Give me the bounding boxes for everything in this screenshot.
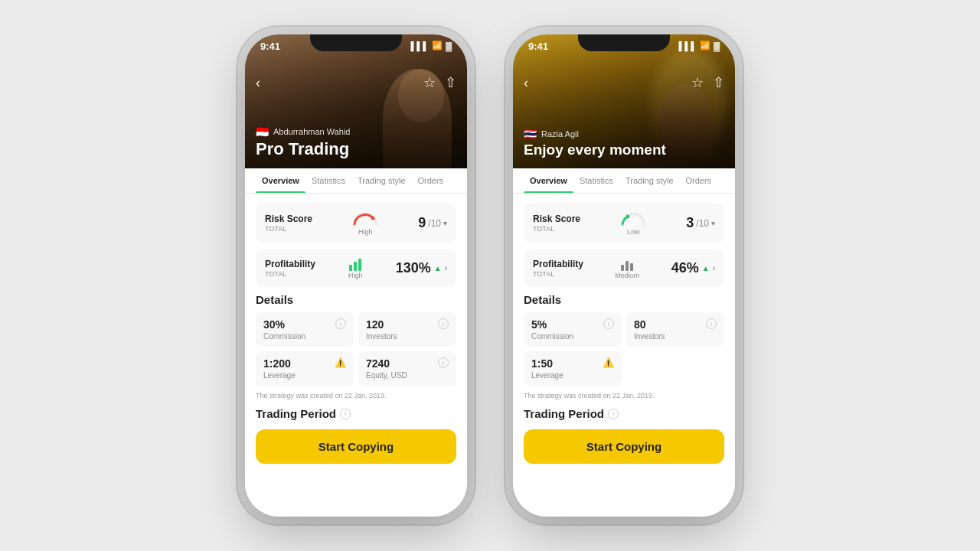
status-time-right: 9:41 (528, 41, 548, 52)
tab-statistics-right[interactable]: Statistics (573, 168, 619, 193)
risk-score-label-right: Risk Score TOTAL (533, 214, 580, 233)
risk-sub-right: TOTAL (533, 225, 580, 233)
profit-label-text-left: Profitability (265, 259, 315, 269)
content-left: Overview Statistics Trading style Orders… (245, 168, 467, 517)
info-icon-commission-left[interactable]: i (335, 318, 346, 329)
detail-leverage-header-right: 1:50 ⚠️ (531, 357, 614, 370)
detail-commission-label-left: Commission (263, 332, 346, 341)
tab-orders-right[interactable]: Orders (680, 168, 718, 193)
page-container: 9:41 ▌▌▌ 📶 ▓ ‹ ☆ ⇧ (0, 0, 980, 551)
trading-period-header-left: Trading Period i (256, 407, 456, 420)
battery-icon-left: ▓ (446, 41, 452, 51)
status-icons-right: ▌▌▌ 📶 ▓ (679, 41, 720, 51)
risk-arrow-left: ▾ (443, 220, 447, 227)
profit-link-right[interactable]: › (713, 264, 715, 272)
risk-number-left: 9 (418, 215, 426, 231)
tab-orders-left[interactable]: Orders (412, 168, 450, 193)
section-right: Risk Score TOTAL Low 3/10 ▾ (513, 194, 735, 473)
detail-commission-left: 30% i Commission (256, 312, 354, 347)
trader-name-right: Razia Agil (541, 129, 579, 139)
profit-arrow-left: ▲ (434, 264, 442, 272)
risk-number-right: 3 (686, 215, 694, 231)
strategy-note-left: The strategy was created on 22 Jan, 2019… (256, 392, 456, 399)
tab-overview-right[interactable]: Overview (524, 168, 573, 193)
content-right: Overview Statistics Trading style Orders… (513, 168, 735, 517)
tab-statistics-left[interactable]: Statistics (305, 168, 351, 193)
status-time-left: 9:41 (260, 41, 280, 52)
detail-equity-value-left: 7240 (366, 357, 390, 370)
details-title-right: Details (524, 293, 724, 306)
detail-commission-value-right: 5% (531, 318, 547, 331)
tab-trading-style-right[interactable]: Trading style (619, 168, 680, 193)
wifi-icon-left: 📶 (432, 41, 443, 51)
risk-denom-left: /10 (428, 218, 441, 229)
risk-denom-right: /10 (696, 218, 709, 229)
profit-link-left[interactable]: › (445, 264, 447, 272)
profit-number-left: 130% (396, 260, 431, 276)
profit-label-left: Profitability TOTAL (265, 259, 315, 278)
risk-score-label-left: Risk Score TOTAL (265, 214, 312, 233)
bar2-left (354, 262, 357, 271)
bar1-right (621, 265, 624, 271)
start-copying-button-right[interactable]: Start Copying (524, 429, 724, 464)
bar1-left (349, 265, 352, 271)
risk-label-left: Risk Score (265, 214, 312, 224)
detail-leverage-right: 1:50 ⚠️ Leverage (524, 351, 622, 386)
status-icons-left: ▌▌▌ 📶 ▓ (411, 41, 452, 51)
bar3-right (630, 263, 633, 271)
profit-arrow-right: ▲ (702, 264, 710, 272)
info-icon-trading-period-right[interactable]: i (608, 409, 619, 419)
detail-commission-header-right: 5% i (531, 318, 614, 331)
info-icon-investors-left[interactable]: i (438, 318, 449, 329)
detail-investors-header-right: 80 i (634, 318, 717, 331)
svg-point-1 (626, 215, 630, 219)
risk-value-left: 9/10 ▾ (418, 215, 447, 231)
detail-investors-right: 80 i Investors (626, 312, 724, 347)
trader-flag-name-left: 🇮🇩 Abdurrahman Wahid (256, 126, 456, 138)
profit-sub-right: TOTAL (533, 270, 583, 278)
section-left: Risk Score TOTAL High 9/10 ▾ (245, 194, 467, 473)
detail-investors-header-left: 120 i (366, 318, 449, 331)
profit-value-right: 46% ▲ › (671, 260, 715, 276)
start-copying-button-left[interactable]: Start Copying (256, 429, 456, 464)
signal-icon-right: ▌▌▌ (679, 41, 697, 51)
risk-value-right: 3/10 ▾ (686, 215, 715, 231)
phone-left: 9:41 ▌▌▌ 📶 ▓ ‹ ☆ ⇧ (245, 34, 467, 517)
trading-period-title-left: Trading Period (256, 407, 336, 420)
star-button-left[interactable]: ☆ (423, 74, 436, 91)
detail-equity-left: 7240 i Equity, USD (358, 351, 456, 386)
back-button-right[interactable]: ‹ (524, 75, 528, 91)
gauge-svg-left (351, 210, 379, 227)
phone-right: 9:41 ▌▌▌ 📶 ▓ ‹ ☆ ⇧ � (513, 34, 735, 517)
info-icon-equity-left[interactable]: i (438, 357, 449, 368)
profit-label-text-right: Profitability (533, 259, 583, 269)
hero-content-right: 🇹🇭 Razia Agil Enjoy every moment (524, 128, 724, 159)
info-icon-trading-period-left[interactable]: i (340, 409, 351, 419)
battery-icon-right: ▓ (714, 41, 720, 51)
back-button-left[interactable]: ‹ (256, 75, 260, 91)
trading-period-header-right: Trading Period i (524, 407, 724, 420)
detail-commission-label-right: Commission (531, 332, 614, 341)
star-button-right[interactable]: ☆ (691, 74, 704, 91)
detail-leverage-label-left: Leverage (263, 371, 346, 380)
tab-overview-left[interactable]: Overview (256, 168, 305, 193)
detail-leverage-left: 1:200 ⚠️ Leverage (256, 351, 354, 386)
hero-nav-right-left: ☆ ⇧ (423, 74, 456, 91)
profit-value-left: 130% ▲ › (396, 260, 447, 276)
strategy-title-right: Enjoy every moment (524, 142, 724, 159)
info-icon-investors-right[interactable]: i (706, 318, 717, 329)
warning-icon-leverage-left: ⚠️ (335, 357, 346, 368)
share-button-right[interactable]: ⇧ (713, 74, 724, 91)
details-grid-right: 5% i Commission 80 i Investors (524, 312, 724, 386)
trader-flag-name-right: 🇹🇭 Razia Agil (524, 128, 724, 140)
bar2-right (626, 261, 629, 271)
profit-label-right: Profitability TOTAL (533, 259, 583, 278)
info-icon-commission-right[interactable]: i (603, 318, 614, 329)
warning-icon-leverage-right: ⚠️ (603, 357, 614, 368)
tab-trading-style-left[interactable]: Trading style (351, 168, 412, 193)
risk-sub-left: TOTAL (265, 225, 312, 233)
share-button-left[interactable]: ⇧ (445, 74, 456, 91)
hero-nav-right: ‹ ☆ ⇧ (513, 74, 735, 91)
risk-gauge-label-left: High (358, 228, 373, 236)
strategy-title-left: Pro Trading (256, 139, 456, 159)
